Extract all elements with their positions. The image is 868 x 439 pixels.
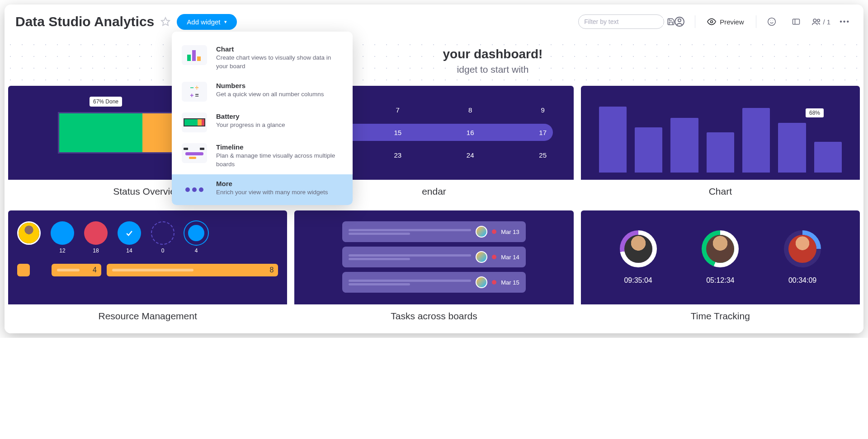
- battery-bar: [58, 112, 184, 154]
- svg-rect-13: [197, 56, 201, 61]
- header: Data Studio Analytics Add widget ▾ Previ…: [5, 5, 863, 39]
- status-dot-icon: [492, 255, 496, 259]
- widget-time-tracking[interactable]: 09:35:04 05:12:34 00:34:09: [581, 210, 860, 328]
- dropdown-item-timeline[interactable]: Timeline Plan & manage time visually acr…: [172, 138, 353, 174]
- task-row[interactable]: Mar 15: [342, 272, 525, 293]
- hero-subtitle: idget to start with: [23, 64, 845, 75]
- svg-rect-14: [184, 148, 188, 150]
- timeline-icon: [182, 143, 207, 163]
- chart-icon: [182, 45, 207, 65]
- people-count[interactable]: / 1: [811, 17, 831, 27]
- svg-point-4: [768, 18, 775, 26]
- avatar[interactable]: [17, 221, 41, 248]
- more-icon: [182, 180, 207, 200]
- svg-rect-12: [192, 50, 196, 61]
- widget-footer: Resource Management: [8, 304, 287, 328]
- svg-point-9: [813, 19, 816, 22]
- avatar: [476, 226, 487, 238]
- status-dot-icon: [492, 280, 496, 285]
- svg-rect-15: [200, 148, 204, 150]
- widget-tasks[interactable]: Mar 13 Mar 14 Mar 15: [294, 210, 573, 328]
- svg-marker-0: [161, 18, 170, 25]
- panel-icon[interactable]: [787, 13, 805, 31]
- widget-footer: Tasks across boards: [294, 304, 573, 328]
- dropdown-item-battery[interactable]: Battery Your progress in a glance: [172, 107, 353, 138]
- progress-ring: [784, 230, 821, 267]
- dropdown-item-more[interactable]: More Enrich your view with many more wid…: [172, 174, 353, 205]
- task-row[interactable]: Mar 13: [342, 221, 525, 242]
- status-dot-icon: [492, 229, 496, 234]
- preview-button[interactable]: Preview: [702, 17, 749, 26]
- people-icon: [811, 17, 821, 27]
- svg-point-10: [817, 19, 820, 22]
- svg-rect-17: [189, 157, 196, 159]
- svg-rect-16: [185, 152, 203, 155]
- favorite-star-icon[interactable]: [160, 17, 170, 27]
- battery-icon: [182, 112, 207, 132]
- add-widget-dropdown: Chart Create chart views to visually sho…: [172, 32, 353, 205]
- user-icon[interactable]: [670, 13, 689, 31]
- numbers-icon: −÷ +=: [182, 82, 207, 102]
- svg-rect-7: [793, 19, 799, 24]
- dropdown-item-numbers[interactable]: −÷ += Numbers Get a quick view on all nu…: [172, 76, 353, 107]
- hero-title: your dashboard!: [23, 47, 845, 61]
- hero-area: your dashboard! idget to start with: [5, 39, 863, 86]
- widget-footer: Chart: [581, 180, 860, 203]
- progress-ring: [702, 230, 739, 267]
- widget-chart[interactable]: 68% Chart: [581, 86, 860, 203]
- avatar: [476, 251, 487, 263]
- filter-input[interactable]: [584, 18, 663, 25]
- svg-point-3: [711, 21, 713, 23]
- task-row[interactable]: Mar 14: [342, 247, 525, 267]
- avatar: [476, 276, 487, 288]
- status-tooltip: 67% Done: [90, 97, 122, 107]
- svg-point-2: [678, 19, 681, 22]
- chart-tooltip: 68%: [806, 108, 824, 117]
- smiley-icon[interactable]: [763, 13, 781, 31]
- widget-resource-management[interactable]: 12 18 14 0 4 4 8 Resource Management: [8, 210, 287, 328]
- widget-footer: Time Tracking: [581, 304, 860, 328]
- add-widget-button[interactable]: Add widget ▾: [177, 14, 236, 30]
- svg-rect-11: [187, 55, 191, 61]
- eye-icon: [707, 17, 716, 26]
- progress-ring: [620, 230, 657, 267]
- more-options-icon[interactable]: •••: [837, 18, 853, 26]
- filter-input-wrap[interactable]: [578, 14, 664, 29]
- chevron-down-icon: ▾: [224, 19, 227, 25]
- dropdown-item-chart[interactable]: Chart Create chart views to visually sho…: [172, 40, 353, 76]
- page-title: Data Studio Analytics: [15, 14, 154, 29]
